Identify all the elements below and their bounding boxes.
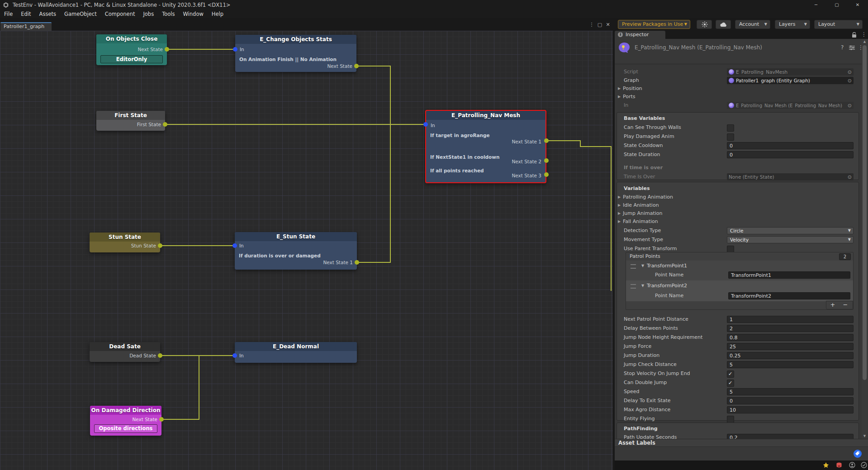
drag-handle-icon[interactable] [631,284,636,289]
menu-jobs[interactable]: Jobs [139,10,158,18]
lock-icon[interactable] [852,32,857,38]
ports-foldout[interactable]: ▶ Ports [615,93,862,101]
layers-dropdown[interactable]: Layers▼ [775,20,810,29]
oposite-directions-button[interactable]: Oposite directions [94,424,157,433]
menu-help[interactable]: Help [208,10,228,18]
patrol-points-header[interactable]: Patrol Points 2 [626,252,853,261]
can-double-jump-checkbox[interactable] [727,380,734,387]
input-port-dot[interactable] [233,47,237,52]
menu-tools[interactable]: Tools [158,10,179,18]
output-port-dot[interactable] [544,172,549,177]
menu-gameobject[interactable]: GameObject [60,10,101,18]
menu-file[interactable]: File [0,10,17,18]
time-is-over-object-field[interactable]: None (Entity State) ⊙ [727,173,854,180]
drag-handle-icon[interactable] [631,264,636,269]
asset-label-tag-icon[interactable] [854,450,862,458]
close-button[interactable]: ✕ [847,0,868,10]
output-port-dot[interactable] [544,138,549,143]
output-port-dot[interactable] [165,47,169,52]
object-picker-icon[interactable]: ⊙ [848,103,852,109]
output-port-dot[interactable] [163,122,167,127]
in-object-field[interactable]: E_Patrolling_Nav Mesh (E_Patrolling_Nav … [727,102,854,109]
object-picker-icon[interactable]: ⊙ [848,174,852,180]
foldout-open-icon[interactable]: ▼ [641,262,644,270]
input-port-dot[interactable] [232,243,237,248]
check-status-icon[interactable] [861,462,867,468]
cloud-button[interactable] [716,20,731,29]
play-damaged-anim-checkbox[interactable] [727,133,734,141]
node-e-patrolling-nav-mesh[interactable]: E_Patrolling_Nav Mesh In If target in ag… [425,110,546,183]
jump-animation-foldout[interactable]: ▶Jump Animation [615,210,862,218]
detection-type-dropdown[interactable]: Circle▼ [727,227,854,234]
node-e-dead-normal[interactable]: E_Dead Normal In [235,342,357,363]
maximize-button[interactable]: ▢ [826,0,847,10]
next-patrol-point-distance-input[interactable] [727,316,854,323]
inspector-scrollbar[interactable]: ▲ ▼ [862,39,868,439]
tab-menu-icon[interactable]: ⋮ [861,31,867,38]
help-icon[interactable]: ? [841,44,844,51]
delay-to-exit-state-input[interactable] [727,397,854,404]
patrol-point-item[interactable]: ▼ TransformPoint1 Point Name [626,261,853,280]
fall-animation-foldout[interactable]: ▶Fall Animation [615,218,862,226]
output-port-dot[interactable] [158,353,162,358]
graph-canvas[interactable]: On Objects Close Next State EditorOnly E… [0,31,613,470]
can-see-through-walls-checkbox[interactable] [727,124,734,132]
panel-menu-icon[interactable]: ⋮ [588,21,595,28]
node-dead-state[interactable]: Dead Sate Dead State [90,342,160,362]
object-picker-icon[interactable]: ⊙ [848,78,852,84]
idle-animation-foldout[interactable]: ▶Idle Animation [615,202,862,210]
graph-object-field[interactable]: Patroller1_graph (Entity Graph) ⊙ [727,77,854,84]
menu-edit[interactable]: Edit [17,10,35,18]
jump-check-distance-input[interactable] [727,361,854,368]
input-port-dot[interactable] [423,122,428,127]
input-port-dot[interactable] [232,353,237,358]
presets-icon[interactable] [849,45,855,50]
node-stun-state[interactable]: Stun State Stun State [90,233,160,252]
cache-server-error-icon[interactable] [836,462,842,468]
scroll-up-icon[interactable]: ▲ [862,40,868,43]
graph-tab[interactable]: Patroller1_graph [0,22,52,31]
position-foldout[interactable]: ▶ Position [615,85,862,93]
add-item-button[interactable]: + [826,301,839,308]
layout-dropdown[interactable]: Layout▼ [814,20,863,29]
preview-packages-button[interactable]: Preview Packages in Use▼ [618,20,690,29]
script-object-field[interactable]: E_Patrolling_NavMesh ⊙ [727,68,854,76]
panel-close-icon[interactable]: ✕ [604,21,612,28]
remove-item-button[interactable]: − [839,301,852,308]
menu-component[interactable]: Component [101,10,139,18]
debug-mode-button[interactable] [697,20,712,29]
patrol-point-item[interactable]: ▼ TransformPoint2 Point Name [626,280,853,301]
state-duration-input[interactable] [727,151,854,158]
output-port-dot[interactable] [354,64,359,68]
node-on-damaged-direction[interactable]: On Damaged Direction Next State Oposite … [90,406,161,436]
tab-inspector[interactable]: i Inspector [615,31,665,39]
warning-bug-icon[interactable] [823,462,829,468]
output-port-dot[interactable] [544,158,549,163]
scrollbar-thumb[interactable] [863,45,867,380]
menu-assets[interactable]: Assets [35,10,60,18]
output-port-dot[interactable] [158,243,162,248]
stop-velocity-checkbox[interactable] [727,370,734,378]
node-first-state[interactable]: First State First State [96,111,165,131]
minimize-button[interactable]: ─ [806,0,826,10]
account-status-icon[interactable] [849,462,855,468]
jump-force-input[interactable] [727,343,854,350]
node-e-change-objects-stats[interactable]: E_Change Objects Stats In On Animation F… [235,35,356,72]
movement-type-dropdown[interactable]: Velocity▼ [727,236,854,243]
object-picker-icon[interactable]: ⊙ [848,69,852,75]
entity-flying-checkbox[interactable] [727,416,734,423]
node-e-stun-state[interactable]: E_Stun State In If duration is over or d… [235,232,357,270]
panel-maximize-icon[interactable]: ▢ [596,21,603,28]
jump-duration-input[interactable] [727,352,854,359]
scroll-down-icon[interactable]: ▼ [862,434,868,438]
state-cooldown-input[interactable] [727,142,854,149]
account-dropdown[interactable]: Account▼ [735,20,770,29]
point-name-input[interactable] [728,271,850,279]
editor-only-button[interactable]: EditorOnly [100,55,163,63]
menu-window[interactable]: Window [179,10,208,18]
patrolling-animation-foldout[interactable]: ▶Patrolling Animation [615,194,862,202]
speed-input[interactable] [727,388,854,395]
output-port-dot[interactable] [355,260,359,265]
asset-labels-bar[interactable]: Asset Labels [615,439,868,447]
jump-node-height-input[interactable] [727,334,854,341]
